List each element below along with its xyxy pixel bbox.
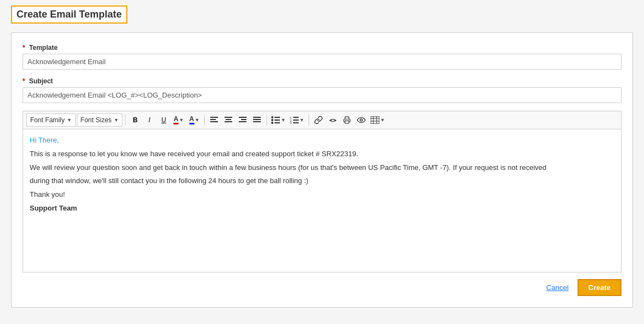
align-left-icon	[210, 117, 218, 123]
align-justify-button[interactable]	[250, 113, 264, 127]
font-family-arrow: ▼	[67, 117, 72, 123]
align-justify-icon	[253, 117, 261, 123]
svg-rect-5	[226, 119, 231, 120]
font-sizes-arrow: ▼	[114, 117, 119, 123]
ol-arrow: ▼	[299, 117, 304, 123]
sep-2	[204, 115, 205, 126]
svg-rect-19	[275, 120, 280, 121]
svg-rect-6	[225, 121, 232, 122]
template-input[interactable]	[23, 54, 621, 70]
svg-rect-17	[275, 117, 280, 118]
table-button[interactable]: ▼	[369, 113, 387, 127]
ul-arrow: ▼	[281, 117, 285, 123]
page-wrapper: Create Email Template * Template * Subje…	[0, 0, 644, 324]
editor-wrapper: Font Family ▼ Font Sizes ▼ B I U A ▼ A	[23, 111, 621, 272]
subject-input[interactable]	[23, 87, 621, 103]
preview-button[interactable]	[355, 113, 368, 127]
link-icon	[314, 116, 323, 124]
ordered-list-button[interactable]: 1. 2. 3. ▼	[288, 113, 306, 127]
preview-icon	[357, 117, 366, 123]
table-arrow: ▼	[380, 117, 385, 123]
print-icon	[343, 116, 351, 124]
bg-color-letter: A	[189, 116, 194, 124]
svg-point-16	[271, 116, 273, 118]
font-sizes-dropdown[interactable]: Font Sizes ▼	[77, 113, 123, 127]
editor-line4: during that window, we'll still contact …	[30, 175, 614, 187]
required-asterisk-template: *	[23, 44, 25, 52]
required-asterisk-subject: *	[23, 77, 25, 85]
align-right-icon	[239, 117, 247, 123]
svg-rect-21	[275, 122, 280, 123]
bold-button[interactable]: B	[128, 113, 142, 127]
editor-greeting: Hi There,	[30, 136, 59, 144]
text-color-letter: A	[173, 116, 178, 124]
unordered-list-icon	[271, 116, 280, 124]
underline-button[interactable]: U	[157, 113, 170, 127]
editor-line2: This is a response to let you know we ha…	[30, 149, 614, 160]
align-left-button[interactable]	[208, 113, 221, 127]
subject-field-group: * Subject	[23, 77, 621, 103]
sep-4	[309, 115, 309, 126]
svg-rect-27	[293, 122, 299, 123]
svg-rect-30	[371, 116, 379, 124]
table-icon	[371, 116, 379, 124]
svg-rect-0	[210, 117, 218, 118]
template-field-group: * Template	[23, 44, 621, 70]
svg-rect-8	[239, 117, 247, 118]
subject-label: * Subject	[23, 77, 621, 85]
template-label: * Template	[23, 44, 621, 52]
align-center-button[interactable]	[222, 113, 235, 127]
align-right-button[interactable]	[236, 113, 249, 127]
font-family-dropdown[interactable]: Font Family ▼	[26, 113, 76, 127]
footer-actions: Cancel Create	[23, 279, 621, 296]
ordered-list-icon: 1. 2. 3.	[290, 116, 299, 124]
align-center-icon	[225, 117, 232, 123]
editor-line6: Support Team	[30, 204, 77, 212]
code-button[interactable]: <>	[326, 113, 339, 127]
svg-rect-14	[253, 121, 261, 122]
page-title: Create Email Template	[11, 5, 127, 24]
svg-point-29	[360, 119, 362, 121]
svg-rect-25	[293, 120, 299, 121]
editor-content[interactable]: Hi There, This is a response to let you …	[23, 129, 621, 272]
print-button[interactable]	[340, 113, 354, 127]
editor-line5: Thank you!	[30, 189, 614, 201]
editor-line3: We will review your question soon and ge…	[30, 162, 614, 174]
unordered-list-button[interactable]: ▼	[270, 113, 287, 127]
text-color-arrow: ▼	[179, 117, 184, 123]
form-container: * Template * Subject Font Family ▼	[11, 32, 633, 308]
editor-toolbar: Font Family ▼ Font Sizes ▼ B I U A ▼ A	[23, 111, 621, 129]
link-button[interactable]	[312, 113, 325, 127]
sep-1	[125, 115, 126, 126]
svg-rect-2	[210, 121, 218, 122]
svg-rect-1	[210, 119, 216, 120]
svg-rect-4	[225, 117, 232, 118]
svg-rect-12	[253, 117, 261, 118]
svg-text:3.: 3.	[290, 121, 292, 124]
cancel-button[interactable]: Cancel	[546, 283, 568, 292]
bg-color-arrow: ▼	[195, 117, 200, 123]
svg-rect-23	[293, 117, 299, 118]
svg-point-18	[271, 119, 273, 121]
sep-3	[266, 115, 267, 126]
svg-rect-9	[241, 119, 247, 120]
bg-color-button[interactable]: A ▼	[187, 113, 202, 127]
svg-point-20	[271, 122, 273, 124]
italic-button[interactable]: I	[143, 113, 156, 127]
svg-rect-10	[239, 121, 247, 122]
create-button[interactable]: Create	[578, 279, 621, 296]
svg-rect-28	[345, 121, 349, 123]
svg-rect-13	[253, 119, 261, 120]
text-color-button[interactable]: A ▼	[171, 113, 186, 127]
